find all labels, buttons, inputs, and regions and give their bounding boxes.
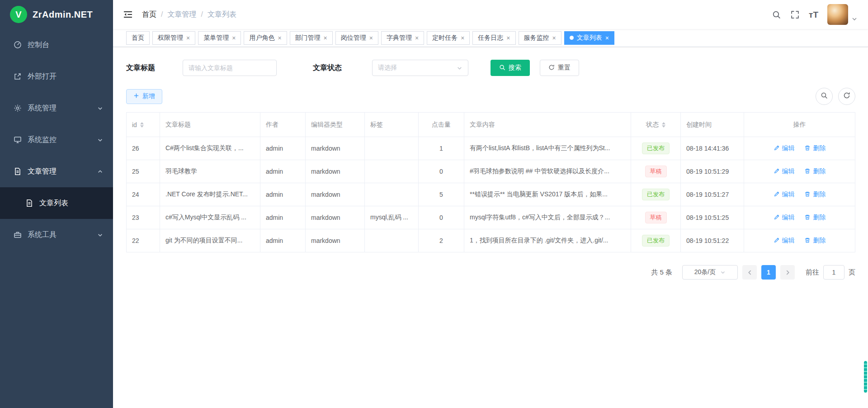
column-header-id[interactable]: id	[127, 113, 160, 137]
edit-button[interactable]: 编辑	[774, 144, 795, 152]
delete-button[interactable]: 删除	[804, 213, 826, 222]
app-logo[interactable]: V ZrAdmin.NET	[0, 0, 113, 29]
table-row[interactable]: 23 c#写入Mysql中文显示乱码 ... admin markdown my…	[127, 206, 855, 229]
sidebar-item-system-management[interactable]: 系统管理	[0, 92, 113, 124]
edit-button[interactable]: 编辑	[774, 237, 795, 245]
close-icon[interactable]: ×	[461, 35, 464, 41]
goto-page-input[interactable]	[823, 265, 844, 280]
table-row[interactable]: 24 .NET Core 发布时提示.NET... admin markdown…	[127, 183, 855, 206]
article-list-icon	[25, 199, 33, 207]
tab-user-role[interactable]: 用户角色×	[244, 31, 287, 45]
article-status-select[interactable]: 请选择	[372, 60, 468, 76]
tab-home[interactable]: 首页	[126, 31, 150, 45]
sidebar-item-system-tools[interactable]: 系统工具	[0, 219, 113, 251]
app-root: V ZrAdmin.NET 控制台 外部打开 系统管理	[0, 0, 868, 408]
tab-permission[interactable]: 权限管理×	[152, 31, 195, 45]
tab-department[interactable]: 部门管理×	[290, 31, 333, 45]
cell-author: admin	[260, 183, 306, 206]
delete-button[interactable]: 删除	[804, 144, 826, 152]
tab-dictionary[interactable]: 字典管理×	[381, 31, 424, 45]
cell-tags	[365, 183, 419, 206]
next-page-button[interactable]	[780, 265, 795, 280]
tab-menu[interactable]: 菜单管理×	[198, 31, 241, 45]
table-row[interactable]: 22 git 为不同的项目设置不同... admin markdown 2 1，…	[127, 229, 855, 252]
sidebar-collapse-icon[interactable]	[123, 9, 133, 19]
edit-button[interactable]: 编辑	[774, 213, 795, 222]
cell-title: c#写入Mysql中文显示乱码 ...	[160, 206, 260, 229]
cell-actions: 编辑 删除	[744, 137, 855, 160]
delete-button[interactable]: 删除	[804, 237, 826, 245]
close-icon[interactable]: ×	[506, 35, 510, 41]
reset-button[interactable]: 重置	[540, 60, 579, 76]
refresh-table-button[interactable]	[838, 88, 855, 105]
table-toolbar: 新增	[126, 88, 855, 105]
close-icon[interactable]: ×	[186, 35, 190, 41]
monitor-icon	[14, 136, 22, 144]
prev-page-button[interactable]	[742, 265, 757, 280]
close-icon[interactable]: ×	[324, 35, 327, 41]
close-icon[interactable]: ×	[552, 35, 556, 41]
cell-editor: markdown	[306, 206, 365, 229]
tab-task-log[interactable]: 任务日志×	[472, 31, 515, 45]
cell-hits: 1	[419, 137, 464, 160]
table-row[interactable]: 26 C#两个list集合实现关联，... admin markdown 1 有…	[127, 137, 855, 160]
scrollbar-thumb[interactable]	[864, 361, 867, 393]
tab-article-list[interactable]: 文章列表×	[564, 31, 614, 45]
sort-caret-icon[interactable]	[662, 122, 665, 128]
user-caret-down-icon[interactable]	[852, 16, 857, 22]
tab-service-monitor[interactable]: 服务监控×	[519, 31, 561, 45]
cell-editor: markdown	[306, 183, 365, 206]
page-size-select[interactable]: 20条/页	[682, 265, 738, 280]
close-icon[interactable]: ×	[415, 35, 419, 41]
cell-author: admin	[260, 160, 306, 183]
sort-caret-icon[interactable]	[140, 122, 144, 128]
sidebar-item-external-open[interactable]: 外部打开	[0, 61, 113, 92]
sidebar-item-dashboard[interactable]: 控制台	[0, 29, 113, 61]
toggle-search-button[interactable]	[816, 88, 833, 105]
column-header-created: 创建时间	[681, 113, 744, 137]
close-icon[interactable]: ×	[278, 35, 281, 41]
tab-post[interactable]: 岗位管理×	[335, 31, 378, 45]
sidebar-item-system-monitor[interactable]: 系统监控	[0, 124, 113, 156]
search-icon[interactable]	[772, 10, 781, 19]
select-placeholder: 请选择	[378, 64, 397, 72]
user-avatar[interactable]	[827, 4, 848, 25]
breadcrumb-home[interactable]: 首页	[142, 10, 156, 19]
sidebar-item-article-management[interactable]: 文章管理	[0, 156, 113, 187]
cell-id: 25	[127, 160, 160, 183]
column-header-status[interactable]: 状态	[631, 113, 681, 137]
close-icon[interactable]: ×	[369, 35, 373, 41]
cell-created: 08-18 14:41:36	[681, 137, 744, 160]
search-button[interactable]: 搜索	[491, 60, 530, 76]
breadcrumb-article-management[interactable]: 文章管理	[167, 10, 196, 19]
add-button[interactable]: 新增	[126, 89, 162, 104]
sidebar-item-article-list[interactable]: 文章列表	[0, 187, 113, 219]
fullscreen-icon[interactable]	[790, 10, 800, 19]
cell-status: 已发布	[631, 229, 681, 252]
tab-scheduled-task[interactable]: 定时任务×	[427, 31, 470, 45]
cell-title: 羽毛球教学	[160, 160, 260, 183]
table-row[interactable]: 25 羽毛球教学 admin markdown 0 #羽毛球拍参数说明 ## 中…	[127, 160, 855, 183]
cell-tags	[365, 229, 419, 252]
close-icon[interactable]: ×	[605, 35, 609, 41]
article-title-input[interactable]	[183, 60, 277, 76]
breadcrumb-article-list: 文章列表	[208, 10, 236, 19]
article-title-label: 文章标题	[126, 63, 183, 73]
tab-label: 定时任务	[432, 34, 458, 42]
close-icon[interactable]: ×	[232, 35, 236, 41]
status-badge: 已发布	[642, 235, 670, 247]
delete-button[interactable]: 删除	[804, 190, 826, 199]
cell-status: 草稿	[631, 206, 681, 229]
cell-content: 1，找到项目所在目录下的 .git/文件夹，进入.git/...	[464, 229, 631, 252]
cell-created: 08-19 10:51:25	[681, 206, 744, 229]
chevron-down-icon	[457, 65, 462, 71]
cell-created: 08-19 10:51:27	[681, 183, 744, 206]
cell-content: 有两个list,listA 和listB，listA中有三个属性列为St...	[464, 137, 631, 160]
page-number-button[interactable]: 1	[761, 265, 776, 280]
cell-id: 22	[127, 229, 160, 252]
font-size-icon[interactable]: тT	[809, 10, 818, 19]
edit-button[interactable]: 编辑	[774, 190, 795, 199]
delete-button[interactable]: 删除	[804, 167, 826, 176]
cell-status: 已发布	[631, 137, 681, 160]
edit-button[interactable]: 编辑	[774, 167, 795, 176]
